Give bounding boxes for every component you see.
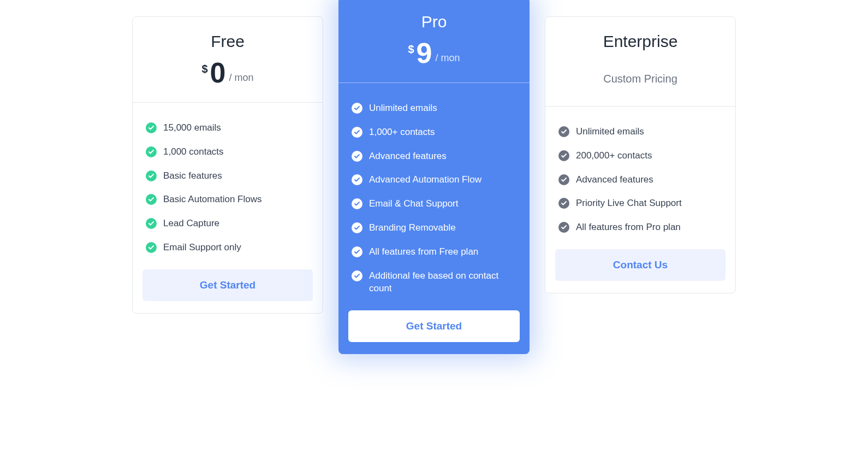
feature-text: Email Support only (163, 241, 241, 254)
check-icon (558, 174, 569, 185)
feature-item: Advanced features (352, 144, 516, 168)
feature-text: Advanced features (369, 150, 447, 163)
feature-text: Basic Automation Flows (163, 193, 261, 206)
price-line: $ 0 / mon (144, 58, 312, 87)
feature-list: Unlimited emails 1,000+ contacts Advance… (352, 96, 516, 301)
custom-pricing-label: Custom Pricing (556, 73, 724, 85)
feature-text: Advanced Automation Flow (369, 173, 481, 186)
feature-item: Basic Automation Flows (146, 187, 310, 211)
check-icon (352, 103, 362, 114)
check-icon (558, 150, 569, 161)
feature-text: 15,000 emails (163, 121, 221, 134)
feature-text: 1,000 contacts (163, 145, 224, 158)
feature-list: Unlimited emails 200,000+ contacts Advan… (558, 120, 722, 239)
feature-text: Advanced features (576, 173, 653, 186)
plan-body: 15,000 emails 1,000 contacts Basic featu… (133, 103, 323, 269)
feature-text: 1,000+ contacts (369, 126, 435, 139)
check-icon (146, 122, 157, 133)
feature-item: Priority Live Chat Support (558, 191, 722, 215)
feature-item: 1,000 contacts (146, 140, 310, 164)
pricing-row: Free $ 0 / mon 15,000 emails 1,000 conta… (132, 16, 736, 354)
plan-name: Pro (349, 13, 519, 31)
plan-header: Free $ 0 / mon (133, 17, 323, 103)
plan-body: Unlimited emails 1,000+ contacts Advance… (338, 83, 530, 310)
feature-list: 15,000 emails 1,000 contacts Basic featu… (146, 116, 310, 260)
plan-footer: Contact Us (545, 249, 735, 293)
feature-item: Unlimited emails (352, 96, 516, 120)
price-period: / mon (436, 52, 460, 64)
plan-header: Enterprise Custom Pricing (545, 17, 735, 107)
plan-card-pro: Pro $ 9 / mon Unlimited emails 1,000+ co… (338, 0, 530, 354)
feature-item: Unlimited emails (558, 120, 722, 144)
plan-name: Enterprise (556, 32, 724, 51)
check-icon (146, 194, 157, 205)
feature-item: All features from Pro plan (558, 215, 722, 239)
plan-body: Unlimited emails 200,000+ contacts Advan… (545, 107, 735, 249)
feature-text: Unlimited emails (369, 102, 437, 115)
feature-item: Advanced Automation Flow (352, 168, 516, 192)
check-icon (558, 222, 569, 233)
check-icon (352, 174, 362, 185)
plan-footer: Get Started (133, 269, 323, 313)
feature-text: Unlimited emails (576, 125, 644, 138)
feature-item: 200,000+ contacts (558, 144, 722, 168)
feature-text: Branding Removable (369, 221, 456, 234)
feature-text: Additional fee based on contact count (369, 269, 516, 296)
check-icon (146, 218, 157, 229)
feature-item: 15,000 emails (146, 116, 310, 140)
feature-item: Branding Removable (352, 216, 516, 240)
get-started-button[interactable]: Get Started (348, 310, 520, 342)
price-line: $ 9 / mon (349, 39, 519, 67)
check-icon (558, 198, 569, 209)
currency-symbol: $ (201, 63, 207, 75)
feature-text: Email & Chat Support (369, 197, 458, 210)
check-icon (146, 242, 157, 253)
plan-footer: Get Started (338, 310, 530, 354)
check-icon (146, 146, 157, 157)
price-period: / mon (229, 72, 254, 84)
currency-symbol: $ (408, 43, 414, 56)
check-icon (558, 126, 569, 137)
feature-item: 1,000+ contacts (352, 120, 516, 144)
feature-text: 200,000+ contacts (576, 149, 652, 162)
plan-card-free: Free $ 0 / mon 15,000 emails 1,000 conta… (132, 16, 323, 314)
feature-item: Email & Chat Support (352, 192, 516, 216)
contact-us-button[interactable]: Contact Us (555, 249, 726, 281)
check-icon (352, 151, 362, 162)
feature-text: Priority Live Chat Support (576, 197, 682, 210)
get-started-button[interactable]: Get Started (142, 269, 313, 301)
check-icon (352, 246, 362, 257)
check-icon (352, 198, 362, 209)
check-icon (352, 127, 362, 138)
check-icon (146, 170, 157, 181)
feature-item: Lead Capture (146, 211, 310, 236)
feature-text: Lead Capture (163, 217, 219, 230)
check-icon (352, 270, 362, 281)
feature-item: Email Support only (146, 236, 310, 260)
feature-text: All features from Pro plan (576, 221, 681, 234)
plan-name: Free (144, 32, 312, 51)
feature-item: Advanced features (558, 168, 722, 192)
check-icon (352, 222, 362, 233)
price-amount: 9 (417, 39, 432, 67)
price-amount: 0 (210, 58, 226, 87)
feature-item: Additional fee based on contact count (352, 264, 516, 301)
feature-item: Basic features (146, 164, 310, 188)
plan-card-enterprise: Enterprise Custom Pricing Unlimited emai… (545, 16, 736, 293)
feature-item: All features from Free plan (352, 240, 516, 264)
plan-header: Pro $ 9 / mon (338, 0, 530, 83)
feature-text: All features from Free plan (369, 245, 478, 258)
feature-text: Basic features (163, 169, 222, 182)
